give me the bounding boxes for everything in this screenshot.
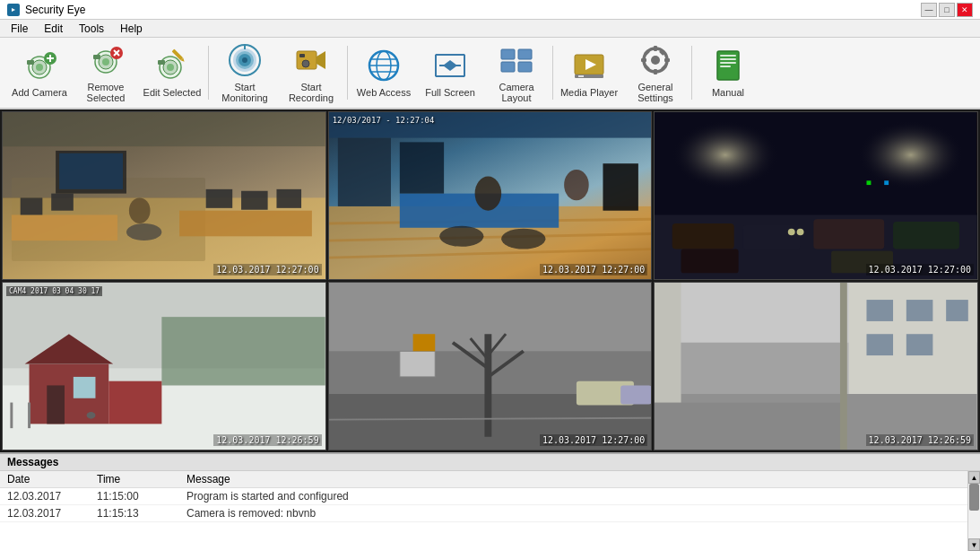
svg-rect-67 xyxy=(12,214,117,241)
close-button[interactable]: ✕ xyxy=(957,3,973,17)
svg-rect-51 xyxy=(654,46,657,51)
add-camera-button[interactable]: Add Camera xyxy=(7,41,72,104)
svg-rect-54 xyxy=(664,58,670,62)
svg-rect-108 xyxy=(161,317,325,385)
svg-rect-109 xyxy=(30,364,109,424)
svg-point-49 xyxy=(651,56,660,65)
camera-2-topinfo: 12/03/2017 - 12:27:04 xyxy=(333,116,435,125)
svg-rect-68 xyxy=(179,211,312,237)
full-screen-icon xyxy=(432,48,468,83)
start-monitoring-label: Start Monitoring xyxy=(215,82,274,103)
full-screen-button[interactable]: Full Screen xyxy=(418,41,482,104)
general-settings-button[interactable]: General Settings xyxy=(623,41,688,104)
svg-rect-44 xyxy=(518,62,532,72)
camera-4-topinfo: CAM4 2017 03 04 30 17 xyxy=(6,286,102,296)
svg-rect-76 xyxy=(59,153,123,189)
camera-4-timestamp: 12.03.2017 12:26:59 xyxy=(213,434,321,446)
svg-point-3 xyxy=(36,64,43,71)
svg-rect-87 xyxy=(338,138,391,206)
remove-selected-label: Remove Selected xyxy=(76,82,135,103)
camera-grid: 12.03.2017 12:27:00 12/03/20 xyxy=(0,109,980,452)
start-recording-label: Start Recording xyxy=(282,82,341,103)
svg-rect-134 xyxy=(906,300,933,321)
svg-marker-28 xyxy=(317,51,325,69)
svg-point-89 xyxy=(474,177,501,211)
edit-selected-label: Edit Selected xyxy=(143,87,202,98)
camera-cell-6[interactable]: 12.03.2017 12:26:59 xyxy=(654,282,978,450)
col-message: Message xyxy=(179,471,980,488)
svg-rect-65 xyxy=(3,112,325,146)
svg-point-101 xyxy=(788,229,795,236)
camera-cell-4[interactable]: CAM4 2017 03 04 30 17 12.03.2017 12:26:5… xyxy=(2,282,326,450)
svg-point-30 xyxy=(302,60,309,67)
app-icon xyxy=(7,4,20,16)
msg-time-0: 11:15:00 xyxy=(90,488,179,505)
svg-rect-99 xyxy=(681,249,739,274)
toolbar: Add Camera Remove Selected xyxy=(0,38,980,109)
svg-rect-86 xyxy=(603,163,637,210)
svg-rect-111 xyxy=(47,385,65,424)
msg-date-1: 12.03.2017 xyxy=(0,505,90,522)
camera-1-timestamp: 12.03.2017 12:27:00 xyxy=(213,264,321,276)
menubar: FileEditToolsHelp xyxy=(0,20,980,38)
menu-item-help[interactable]: Help xyxy=(113,21,150,37)
svg-rect-125 xyxy=(399,351,434,377)
start-recording-button[interactable]: Start Recording xyxy=(279,41,343,104)
svg-rect-139 xyxy=(655,403,845,450)
svg-rect-126 xyxy=(412,334,435,351)
titlebar-controls[interactable]: — □ ✕ xyxy=(921,3,973,17)
web-access-label: Web Access xyxy=(357,87,411,98)
svg-rect-11 xyxy=(93,55,100,59)
svg-point-102 xyxy=(797,229,804,236)
messages-scrollbar[interactable]: ▲ ▼ xyxy=(967,471,980,551)
manual-icon xyxy=(710,48,746,83)
edit-selected-button[interactable]: Edit Selected xyxy=(140,41,204,104)
camera-3-timestamp: 12.03.2017 12:27:00 xyxy=(866,264,974,276)
svg-rect-72 xyxy=(241,191,268,210)
col-time: Time xyxy=(90,471,179,488)
camera-layout-button[interactable]: Camera Layout xyxy=(484,41,549,104)
menu-item-edit[interactable]: Edit xyxy=(37,21,70,37)
svg-rect-43 xyxy=(501,62,515,72)
messages-table: Date Time Message 12.03.2017 11:15:00 Pr… xyxy=(0,471,980,522)
start-monitoring-button[interactable]: Start Monitoring xyxy=(212,41,277,104)
svg-point-77 xyxy=(129,197,151,223)
svg-rect-113 xyxy=(108,381,161,424)
remove-selected-icon xyxy=(88,42,124,78)
camera-cell-1[interactable]: 12.03.2017 12:27:00 xyxy=(2,111,326,280)
svg-rect-137 xyxy=(906,334,933,355)
add-camera-icon xyxy=(22,48,57,83)
camera-cell-5[interactable]: 12.03.2017 12:27:00 xyxy=(328,282,653,450)
menu-item-file[interactable]: File xyxy=(4,21,35,37)
svg-rect-60 xyxy=(720,55,736,57)
manual-button[interactable]: Manual xyxy=(696,41,760,104)
camera-cell-3[interactable]: 12.03.2017 12:27:00 xyxy=(654,111,978,280)
remove-selected-button[interactable]: Remove Selected xyxy=(74,41,138,104)
camera-2-timestamp: 12.03.2017 12:27:00 xyxy=(540,264,647,276)
media-player-button[interactable]: Media Player xyxy=(557,41,621,104)
manual-label: Manual xyxy=(712,87,744,98)
svg-rect-103 xyxy=(867,180,872,185)
svg-rect-98 xyxy=(893,222,959,249)
camera-cell-2[interactable]: 12/03/2017 - 12:27:04 12.03.2017 12:27:0… xyxy=(328,111,653,280)
start-recording-icon xyxy=(293,42,329,78)
svg-rect-136 xyxy=(867,334,894,355)
svg-point-25 xyxy=(242,57,247,63)
messages-panel: Messages Date Time Message 12.03.2017 11… xyxy=(0,452,980,551)
svg-point-74 xyxy=(126,223,161,241)
msg-date-0: 12.03.2017 xyxy=(0,488,90,505)
svg-rect-128 xyxy=(620,385,651,404)
web-access-button[interactable]: Web Access xyxy=(351,41,416,104)
msg-time-1: 11:15:13 xyxy=(90,505,179,522)
messages-header: Messages xyxy=(0,454,980,471)
add-camera-label: Add Camera xyxy=(12,87,67,98)
svg-rect-18 xyxy=(158,60,165,65)
maximize-button[interactable]: □ xyxy=(939,3,955,17)
svg-rect-135 xyxy=(946,300,968,321)
separator-4 xyxy=(691,46,692,100)
separator-2 xyxy=(347,46,348,100)
menu-item-tools[interactable]: Tools xyxy=(72,21,111,37)
minimize-button[interactable]: — xyxy=(921,3,937,17)
svg-point-90 xyxy=(564,170,589,200)
svg-rect-62 xyxy=(720,62,736,64)
